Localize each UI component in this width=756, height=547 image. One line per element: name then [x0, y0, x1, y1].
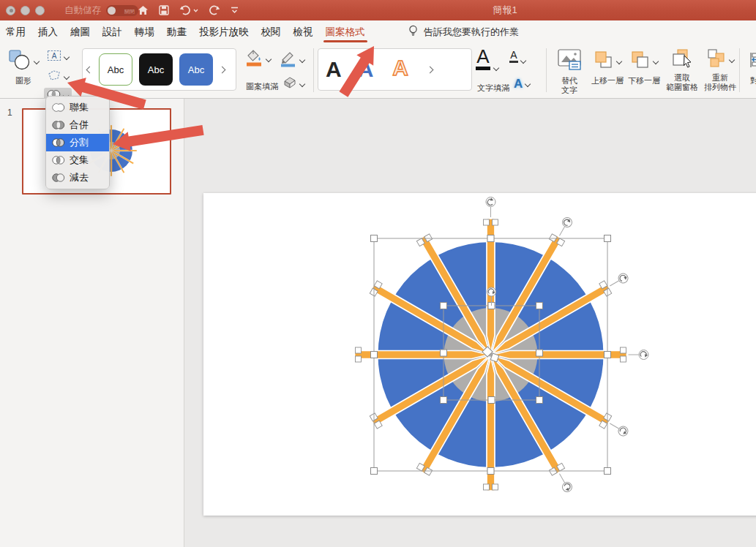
shape-style-option-1[interactable]: Abc: [99, 53, 132, 86]
tab-home[interactable]: 常用: [6, 21, 26, 43]
tab-animations[interactable]: 動畫: [167, 21, 187, 43]
workspace: 1: [0, 99, 756, 547]
shape-fill-group: 圖案填滿: [243, 48, 310, 92]
reorder-objects-button[interactable]: 重新 排列物件: [701, 47, 739, 92]
shape-effects-chevron[interactable]: [299, 81, 305, 87]
svg-text:A: A: [393, 56, 409, 80]
save-icon[interactable]: [159, 5, 169, 15]
shape-style-gallery: Abc Abc Abc: [82, 48, 236, 91]
text-fill-group: A A 文字填滿 A: [476, 47, 543, 94]
menu-label-intersect: 交集: [70, 154, 89, 167]
wordart-next-icon[interactable]: [427, 66, 434, 73]
edit-shape-chevron[interactable]: [64, 74, 70, 80]
text-fill-chevron[interactable]: [493, 65, 499, 71]
home-icon[interactable]: [138, 5, 149, 15]
autosave-toggle-knob: [108, 7, 116, 15]
insert-shape-button[interactable]: 圖形: [4, 47, 42, 86]
wordart-style-gallery: A A A: [318, 48, 472, 91]
tab-transitions[interactable]: 轉場: [135, 21, 154, 43]
redo-icon[interactable]: [209, 5, 220, 15]
undo-dropdown-chevron: [193, 9, 198, 12]
send-backward-icon: [630, 50, 651, 73]
reorder-objects-icon: [706, 48, 727, 72]
alt-text-button[interactable]: 替代 文字: [550, 47, 588, 95]
tab-slideshow[interactable]: 投影片放映: [199, 21, 249, 43]
quick-access-toolbar: [138, 0, 239, 20]
tab-design[interactable]: 設計: [102, 21, 122, 43]
text-effects-button[interactable]: A: [514, 78, 530, 90]
text-outline-chevron[interactable]: [520, 58, 526, 64]
menu-item-union[interactable]: 聯集: [46, 99, 109, 116]
text-effects-chevron[interactable]: [525, 80, 531, 86]
shape-outline-icon: [280, 50, 297, 70]
menu-item-subtract[interactable]: 減去: [46, 169, 109, 186]
close-window-button[interactable]: [6, 6, 15, 15]
shape-style-option-2[interactable]: Abc: [139, 53, 173, 86]
tab-draw[interactable]: 繪圖: [70, 21, 90, 43]
text-fill-button[interactable]: A: [476, 47, 498, 70]
wordart-option-3[interactable]: A: [389, 56, 411, 83]
shape-style-text-1: Abc: [108, 64, 124, 75]
bring-forward-button[interactable]: 上移一層: [590, 47, 625, 86]
menu-item-combine[interactable]: 合併: [46, 116, 109, 134]
bring-forward-chevron[interactable]: [616, 59, 622, 64]
shapes-dropdown-chevron[interactable]: [34, 59, 40, 64]
tab-insert[interactable]: 插入: [38, 21, 58, 43]
zoom-window-button[interactable]: [35, 6, 45, 15]
gallery-next-icon[interactable]: [219, 66, 226, 73]
slide-editing-surface[interactable]: [203, 193, 756, 516]
shape-fill-icon: [244, 48, 263, 70]
gallery-prev-icon[interactable]: [86, 66, 94, 73]
tab-review[interactable]: 校閱: [261, 21, 281, 43]
ribbon-toolbar: 圖形 A Abc Abc Abc: [0, 44, 756, 99]
menu-item-intersect[interactable]: 交集: [46, 151, 109, 169]
fragment-icon: [52, 137, 65, 148]
text-box-chevron[interactable]: [64, 54, 70, 60]
edit-shape-button[interactable]: [44, 68, 72, 86]
alt-text-icon: [556, 48, 583, 75]
shape-style-option-3[interactable]: Abc: [179, 53, 213, 86]
text-outline-icon: A: [509, 50, 518, 63]
shape-fill-button[interactable]: [244, 48, 271, 70]
shape-outline-chevron[interactable]: [299, 57, 305, 63]
text-outline-button[interactable]: A: [509, 50, 525, 63]
merge-shapes-menu: 聯集 合併 分割 交集 減去: [45, 96, 110, 189]
autosave-label: 自動儲存: [64, 4, 101, 17]
shape-effects-button[interactable]: [281, 76, 304, 92]
shape-effects-icon: [281, 76, 297, 92]
wordart-option-1[interactable]: A: [326, 59, 342, 80]
selection-pane-button[interactable]: 選取 範圍窗格: [663, 47, 701, 92]
send-backward-chevron[interactable]: [653, 59, 659, 64]
autosave-toggle[interactable]: 關閉: [106, 5, 138, 16]
tell-me-search[interactable]: 告訴我您要執行的作業: [408, 20, 519, 44]
shapes-icon: [8, 49, 31, 74]
send-backward-button[interactable]: 下移一層: [626, 47, 662, 86]
shape-fill-label: 圖案填滿: [243, 82, 281, 91]
lightbulb-icon: [408, 25, 418, 40]
menu-item-fragment[interactable]: 分割: [46, 134, 109, 151]
tell-me-label: 告訴我您要執行的作業: [424, 26, 519, 39]
reorder-objects-chevron[interactable]: [729, 57, 735, 63]
text-fill-label: 文字填滿: [474, 83, 512, 93]
tab-shape-format[interactable]: 圖案格式: [326, 21, 365, 43]
shape-fill-chevron[interactable]: [266, 56, 272, 62]
shape-outline-button[interactable]: [280, 50, 304, 70]
undo-button[interactable]: [179, 5, 198, 15]
shape-style-text-3: Abc: [188, 64, 204, 75]
bring-forward-icon: [594, 50, 614, 73]
autosave-state-label: 關閉: [124, 8, 135, 15]
wordart-option-2[interactable]: A: [358, 59, 374, 80]
document-title: 簡報1: [493, 0, 517, 20]
text-box-button[interactable]: A: [44, 48, 72, 66]
text-box-icon: A: [47, 50, 61, 64]
minimize-window-button[interactable]: [20, 6, 30, 15]
shapes-label: 圖形: [15, 76, 31, 86]
menu-label-combine: 合併: [70, 118, 89, 132]
slide-canvas-area: [184, 99, 756, 547]
menu-label-union: 聯集: [70, 101, 89, 114]
align-button[interactable]: 對齊: [742, 47, 756, 86]
ribbon-display-options-icon[interactable]: [231, 7, 239, 14]
intersect-icon: [52, 155, 65, 165]
subtract-icon: [52, 173, 65, 183]
tab-view[interactable]: 檢視: [293, 21, 313, 43]
